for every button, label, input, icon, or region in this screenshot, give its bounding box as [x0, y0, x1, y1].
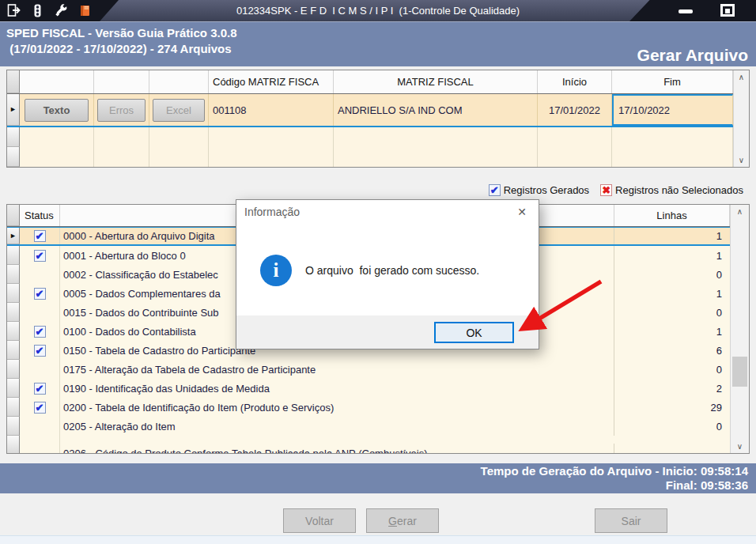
scrollbar-thumb[interactable] — [732, 357, 747, 387]
corner-cell — [7, 70, 20, 93]
app-title: SPED FISCAL - Versão Guia Prático 3.0.8 — [6, 26, 237, 40]
record-desc: 0205 - Alteração do Item — [60, 417, 614, 436]
dialog-message: O arquivo foi gerado com sucesso. — [305, 264, 479, 277]
blue-check-icon: ✔ — [34, 383, 46, 395]
scroll-down-icon[interactable]: ∨ — [734, 153, 749, 167]
column-header-fim[interactable]: Fim — [612, 70, 733, 93]
generation-time-end: Final: 09:58:36 — [0, 478, 748, 493]
files-grid-scrollbar[interactable]: ∧ ∨ — [733, 70, 749, 167]
column-header-matriz[interactable]: MATRIZ FISCAL — [334, 70, 538, 93]
app-header: SPED FISCAL - Versão Guia Prático 3.0.8 … — [0, 21, 756, 66]
scroll-down-icon[interactable]: ∨ — [731, 440, 749, 453]
excel-button[interactable]: Excel — [153, 99, 204, 122]
record-linhas: 0 — [614, 417, 730, 436]
record-linhas: 1 — [614, 228, 730, 244]
generation-time-start: Tempo de Geração do Arquivo - Inicio: 09… — [0, 464, 748, 478]
page-title: Gerar Arquivo — [637, 46, 748, 65]
column-header-codigo[interactable]: Código MATRIZ FISCA — [209, 70, 334, 93]
row-selector-cell[interactable] — [7, 436, 20, 454]
column-header-linhas[interactable]: Linhas — [614, 205, 730, 226]
blue-check-icon: ✔ — [489, 184, 501, 196]
row-selector-cell[interactable] — [7, 303, 20, 322]
blue-check-icon: ✔ — [34, 402, 46, 414]
titlebar: 012334SPK - E F D I C M S / I P I (1-Con… — [0, 0, 756, 21]
record-linhas: 1 — [614, 246, 730, 265]
window-controls-area — [629, 0, 756, 21]
dialog-title: Informação — [244, 206, 300, 218]
record-linhas: 6 — [614, 341, 730, 360]
row-selector-cell[interactable] — [7, 127, 20, 147]
record-row[interactable]: ✔ 0190 - Identificação das Unidades de M… — [7, 379, 749, 398]
column-header-excel[interactable] — [149, 70, 209, 93]
record-desc: 0190 - Identificação das Unidades de Med… — [60, 379, 614, 398]
records-grid-scrollbar[interactable]: ∧ ∨ — [730, 205, 749, 453]
legend-not-selected-label: Registros não Selecionados — [615, 184, 743, 196]
app-window: 012334SPK - E F D I C M S / I P I (1-Con… — [0, 0, 756, 544]
record-row[interactable]: ✔ 0200 - Tabela de Identificação do Item… — [7, 398, 749, 417]
files-grid: Código MATRIZ FISCA MATRIZ FISCAL Início… — [6, 70, 750, 168]
record-linhas: 0 — [614, 303, 730, 322]
dialog-footer: OK — [236, 315, 539, 349]
current-row-indicator: ► — [9, 232, 17, 240]
legend: ✔ Registros Gerados ✖ Registros não Sele… — [489, 184, 743, 196]
record-row[interactable]: ✔ 0206 - Código de Produto Conforme Tabe… — [7, 436, 749, 454]
corner-cell — [7, 205, 20, 226]
row-selector-cell[interactable] — [7, 341, 20, 360]
inicio-cell[interactable]: 17/01/2022 — [538, 94, 612, 126]
sair-button[interactable]: Sair — [595, 508, 667, 533]
legend-not-selected: ✖ Registros não Selecionados — [600, 184, 743, 196]
fim-cell-focused[interactable]: 17/10/2022 — [612, 94, 733, 126]
column-header-texto[interactable] — [20, 70, 94, 93]
scroll-up-icon[interactable]: ∧ — [734, 70, 749, 84]
row-selector-cell[interactable] — [7, 246, 20, 265]
blue-check-icon: ✔ — [34, 288, 46, 300]
scroll-up-icon[interactable]: ∧ — [731, 205, 749, 218]
info-dialog: Informação ✕ i O arquivo foi gerado com … — [236, 199, 539, 349]
matriz-cell[interactable]: ANDRIELLO S/A IND COM — [334, 94, 538, 126]
ok-button[interactable]: OK — [434, 322, 514, 343]
record-linhas — [614, 436, 730, 454]
row-selector-cell[interactable] — [7, 379, 20, 398]
row-selector-cell[interactable] — [7, 147, 20, 167]
voltar-button[interactable]: Voltar — [283, 508, 356, 533]
record-desc: 0175 - Alteração da Tabela de Cadastro d… — [60, 360, 614, 379]
column-header-inicio[interactable]: Início — [538, 70, 612, 93]
erros-button[interactable]: Erros — [97, 99, 146, 122]
record-linhas: 2 — [614, 379, 730, 398]
bottom-strip — [0, 535, 756, 544]
column-header-status[interactable]: Status — [20, 205, 60, 226]
record-row[interactable]: ✔ 0205 - Alteração do Item 0 — [7, 417, 749, 436]
gerar-button[interactable]: Gerar — [366, 508, 439, 533]
row-selector-cell[interactable] — [7, 360, 20, 379]
record-desc: 0206 - Código de Produto Conforme Tabela… — [60, 444, 614, 454]
record-row[interactable]: ✔ 0175 - Alteração da Tabela de Cadastro… — [7, 360, 749, 379]
record-linhas: 1 — [614, 322, 730, 341]
dialog-titlebar[interactable]: Informação ✕ — [236, 200, 539, 224]
row-selector-cell[interactable]: ► — [7, 228, 20, 244]
maximize-icon[interactable] — [720, 4, 735, 17]
column-header-erros[interactable] — [94, 70, 149, 93]
record-linhas: 0 — [614, 360, 730, 379]
record-linhas: 0 — [614, 265, 730, 284]
record-linhas: 29 — [614, 398, 730, 417]
record-desc: 0200 - Tabela de Identificação do Item (… — [60, 398, 614, 417]
row-selector-cell[interactable] — [7, 265, 20, 284]
row-selector-cell[interactable] — [7, 322, 20, 341]
blue-check-icon: ✔ — [34, 345, 46, 357]
status-bar: Tempo de Geração do Arquivo - Inicio: 09… — [0, 463, 756, 493]
blue-check-icon: ✔ — [34, 326, 46, 338]
info-icon: i — [260, 255, 292, 286]
row-selector-cell[interactable] — [7, 398, 20, 417]
blue-check-icon: ✔ — [34, 250, 46, 262]
row-selector-cell[interactable]: ► — [7, 94, 20, 126]
legend-generated-label: Registros Gerados — [504, 184, 589, 196]
blue-check-icon: ✔ — [34, 230, 46, 242]
close-icon[interactable]: ✕ — [505, 200, 539, 224]
texto-button[interactable]: Texto — [25, 99, 89, 122]
file-row[interactable]: ► Texto Erros Excel 001108 ANDRIELLO S/A… — [7, 94, 749, 127]
minimize-icon[interactable] — [679, 9, 693, 13]
codigo-cell[interactable]: 001108 — [209, 94, 334, 126]
row-selector-cell[interactable] — [7, 284, 20, 303]
row-selector-cell[interactable] — [7, 417, 20, 436]
red-x-icon: ✖ — [600, 184, 612, 196]
